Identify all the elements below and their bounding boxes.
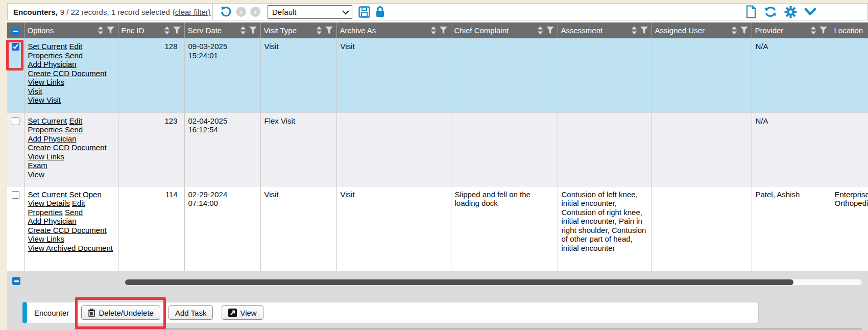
delete-undelete-button[interactable]: Delete/Undelete <box>81 305 160 320</box>
option-link-create-ccd-document[interactable]: Create CCD Document <box>28 69 107 78</box>
options-line: Properties Send <box>28 125 114 134</box>
option-link-add-physician[interactable]: Add Physician <box>28 134 77 143</box>
cell-chief_complaint <box>451 38 558 112</box>
option-link-properties[interactable]: Properties <box>28 208 63 217</box>
refresh-icon[interactable] <box>764 6 777 18</box>
filter-icon[interactable] <box>249 26 257 35</box>
column-header-serv_date[interactable]: Serv Date <box>184 22 260 38</box>
option-link-edit[interactable]: Edit <box>72 199 85 207</box>
option-link-set-current[interactable]: Set Current <box>28 190 67 199</box>
filter-icon[interactable] <box>640 26 648 35</box>
cell-assigned_user <box>652 186 752 271</box>
option-link-create-ccd-document[interactable]: Create CCD Document <box>28 143 107 152</box>
next-record-icon[interactable]: › <box>250 7 260 17</box>
option-link-edit[interactable]: Edit <box>69 42 82 51</box>
encounters-table: OptionsEnc IDServ DateVisit TypeArchive … <box>7 22 868 271</box>
sort-icon[interactable] <box>631 26 637 35</box>
column-header-enc_id[interactable]: Enc ID <box>118 22 184 38</box>
chevron-down-icon[interactable] <box>804 8 816 16</box>
filter-icon[interactable] <box>173 26 181 35</box>
sort-icon[interactable] <box>98 26 104 35</box>
column-header-archive_as[interactable]: Archive As <box>336 22 451 38</box>
filter-icon[interactable] <box>546 26 554 35</box>
filter-icon[interactable] <box>439 26 448 35</box>
column-header-assessment[interactable]: Assessment <box>558 22 652 38</box>
option-link-view[interactable]: View <box>28 170 44 179</box>
table-row: Set Current Set OpenView Details EditPro… <box>7 186 868 271</box>
view-preset-select[interactable]: Default <box>268 5 352 19</box>
options-line: Properties Send <box>28 208 114 217</box>
sort-icon[interactable] <box>537 26 543 35</box>
table-row: Set Current EditProperties SendAdd Physi… <box>7 112 868 186</box>
option-link-exam[interactable]: Exam <box>28 161 47 170</box>
undo-icon[interactable] <box>220 6 232 18</box>
filter-icon[interactable] <box>325 26 333 35</box>
clear-filter-link[interactable]: (clear filter) <box>173 8 211 16</box>
cell-enc_id: 123 <box>118 112 184 186</box>
view-button[interactable]: View <box>222 305 263 320</box>
settings-gear-icon[interactable] <box>784 6 797 18</box>
cell-serv_date: 02-04-2025 16:12:54 <box>184 112 260 186</box>
option-link-set-open[interactable]: Set Open <box>69 190 101 199</box>
new-document-icon[interactable] <box>745 5 757 18</box>
filter-icon[interactable] <box>819 26 828 35</box>
column-label: Location <box>834 26 868 35</box>
option-link-view-details[interactable]: View Details <box>28 199 70 207</box>
row-checkbox[interactable] <box>12 191 19 199</box>
option-link-properties[interactable]: Properties <box>28 125 63 134</box>
cell-assessment <box>558 38 652 112</box>
prev-record-icon[interactable]: ‹ <box>236 7 246 17</box>
select-all-minus-button[interactable] <box>11 28 19 36</box>
sort-icon[interactable] <box>731 26 737 35</box>
sort-icon[interactable] <box>316 26 322 35</box>
option-link-view-links[interactable]: View Links <box>28 78 64 86</box>
column-header-provider[interactable]: Provider <box>752 22 831 38</box>
horizontal-scrollbar-track[interactable] <box>125 279 862 286</box>
option-link-edit[interactable]: Edit <box>69 116 82 125</box>
row-checkbox[interactable] <box>12 43 19 51</box>
horizontal-scrollbar-thumb[interactable] <box>125 279 793 285</box>
filter-icon[interactable] <box>740 26 749 35</box>
minus-glyph <box>13 31 18 32</box>
column-header-location[interactable]: Location <box>831 22 868 38</box>
column-header-select[interactable] <box>7 22 24 38</box>
save-view-icon[interactable] <box>358 6 370 18</box>
bottom-panel-region: Encounter Delete/Undelete Add Task <box>7 271 868 330</box>
filter-icon[interactable] <box>106 26 115 35</box>
option-link-set-current[interactable]: Set Current <box>28 116 67 125</box>
sort-icon[interactable] <box>164 26 170 35</box>
column-header-assigned_user[interactable]: Assigned User <box>652 22 752 38</box>
option-link-send[interactable]: Send <box>65 208 83 217</box>
cell-location <box>831 38 868 112</box>
options-line: Set Current Edit <box>28 42 114 51</box>
option-link-view-archived-document[interactable]: View Archived Document <box>28 244 113 252</box>
delete-undelete-label: Delete/Undelete <box>99 309 154 317</box>
option-link-set-current[interactable]: Set Current <box>28 42 67 51</box>
sort-icon[interactable] <box>810 26 816 35</box>
option-link-create-ccd-document[interactable]: Create CCD Document <box>28 226 107 234</box>
option-link-send[interactable]: Send <box>65 51 83 60</box>
option-link-view-links[interactable]: View Links <box>28 152 64 161</box>
sort-icon[interactable] <box>240 26 246 35</box>
column-header-options[interactable]: Options <box>24 22 118 38</box>
cell-provider: N/A <box>752 112 831 186</box>
sort-icon[interactable] <box>430 26 437 35</box>
column-header-visit_type[interactable]: Visit Type <box>260 22 336 38</box>
column-label: Assessment <box>561 26 629 35</box>
option-link-visit[interactable]: Visit <box>28 87 42 96</box>
header-cell-content: Assessment <box>561 26 648 35</box>
option-link-send[interactable]: Send <box>65 125 83 134</box>
minus-glyph <box>14 280 19 282</box>
lock-view-icon[interactable] <box>375 6 385 18</box>
option-link-add-physician[interactable]: Add Physician <box>28 60 77 68</box>
tab-encounter[interactable]: Encounter <box>34 309 69 317</box>
add-task-button[interactable]: Add Task <box>168 305 213 320</box>
option-link-view-links[interactable]: View Links <box>28 234 64 243</box>
cell-archive_as: Visit <box>336 38 451 112</box>
column-header-chief_complaint[interactable]: Chief Complaint <box>451 22 558 38</box>
option-link-view-visit[interactable]: View Visit <box>28 96 61 104</box>
row-checkbox[interactable] <box>12 117 19 125</box>
option-link-properties[interactable]: Properties <box>28 51 63 60</box>
collapse-panel-button[interactable] <box>12 277 20 285</box>
option-link-add-physician[interactable]: Add Physician <box>28 217 77 225</box>
